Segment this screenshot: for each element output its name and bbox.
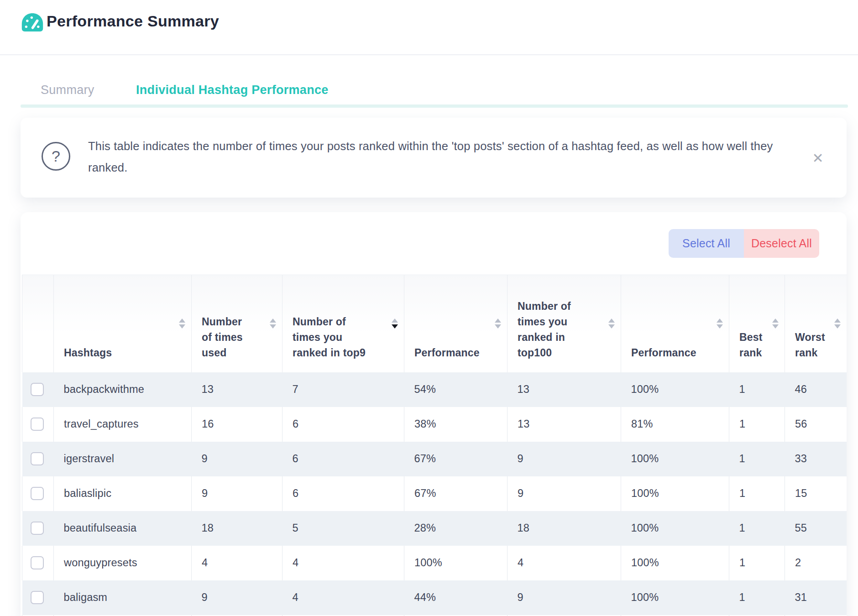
row-checkbox[interactable]	[31, 522, 44, 535]
cell-top100-performance: 100%	[621, 476, 729, 511]
cell-top100: 9	[507, 442, 621, 476]
cell-hashtag: wonguypresets	[54, 546, 192, 580]
cell-hashtag: baliaslipic	[54, 476, 192, 511]
header-performance-top100: Performance	[621, 275, 729, 372]
row-checkbox[interactable]	[31, 487, 44, 500]
tab-individual-hashtag-performance[interactable]: Individual Hashtag Performance	[136, 83, 329, 97]
cell-top100: 9	[507, 580, 621, 615]
cell-top100-performance: 100%	[621, 511, 729, 546]
cell-worst-rank: 33	[785, 442, 847, 476]
info-banner-text: This table indicates the number of times…	[88, 136, 786, 178]
cell-times-used: 9	[192, 476, 283, 511]
info-banner: ? This table indicates the number of tim…	[21, 118, 847, 198]
cell-top100-performance: 100%	[621, 442, 729, 476]
row-checkbox[interactable]	[31, 383, 44, 396]
cell-top100: 4	[507, 546, 621, 580]
cell-top9-performance: 54%	[404, 372, 507, 407]
row-checkbox[interactable]	[31, 556, 44, 569]
cell-top100-performance: 100%	[621, 372, 729, 407]
table-row: baligasm 9 4 44% 9 100% 1 31	[22, 580, 847, 615]
cell-hashtag: backpackwithme	[54, 372, 192, 407]
top-bar: Performance Summary	[0, 0, 858, 55]
cell-top9: 4	[283, 546, 404, 580]
deselect-all-button[interactable]: Deselect All	[744, 229, 819, 258]
sort-icon[interactable]	[717, 318, 723, 329]
cell-best-rank: 1	[729, 511, 785, 546]
cell-worst-rank: 31	[785, 580, 847, 615]
table-row: backpackwithme 13 7 54% 13 100% 1 46	[22, 372, 847, 407]
hashtag-performance-table: Hashtags Number of times used Number of …	[22, 275, 847, 616]
header-best-rank: Best rank	[729, 275, 785, 372]
select-all-button[interactable]: Select All	[669, 229, 744, 258]
cell-hashtag: travel_captures	[54, 407, 192, 442]
cell-worst-rank: 56	[785, 407, 847, 442]
tab-summary[interactable]: Summary	[41, 83, 94, 97]
help-icon: ?	[42, 142, 70, 171]
table-header-row: Hashtags Number of times used Number of …	[22, 275, 847, 372]
header-performance-top9: Performance	[404, 275, 507, 372]
header-worst-rank: Worst rank	[785, 275, 847, 372]
tabs-underline	[21, 104, 848, 108]
cell-top100: 13	[507, 372, 621, 407]
cell-hashtag: baligasm	[54, 580, 192, 615]
cell-top9: 6	[283, 407, 404, 442]
cell-hashtag: beautifulseasia	[54, 511, 192, 546]
cell-best-rank: 1	[729, 546, 785, 580]
cell-times-used: 18	[192, 511, 283, 546]
cell-top9: 5	[283, 511, 404, 546]
cell-top9: 7	[283, 372, 404, 407]
selection-button-group: Select All Deselect All	[669, 229, 819, 258]
cell-hashtag: igerstravel	[54, 442, 192, 476]
table-row: igerstravel 9 6 67% 9 100% 1 33	[22, 442, 847, 476]
cell-top9: 4	[283, 580, 404, 615]
sort-icon[interactable]	[834, 318, 841, 329]
hashtag-table-card: Select All Deselect All Hashtags Number …	[21, 212, 847, 616]
cell-top9-performance: 67%	[404, 476, 507, 511]
row-checkbox[interactable]	[31, 418, 44, 431]
cell-worst-rank: 55	[785, 511, 847, 546]
cell-top9-performance: 67%	[404, 442, 507, 476]
sort-icon[interactable]	[270, 318, 276, 329]
cell-best-rank: 1	[729, 407, 785, 442]
cell-times-used: 4	[192, 546, 283, 580]
cell-top9-performance: 44%	[404, 580, 507, 615]
close-icon[interactable]: ✕	[808, 148, 828, 168]
cell-times-used: 13	[192, 372, 283, 407]
cell-times-used: 9	[192, 442, 283, 476]
table-row: travel_captures 16 6 38% 13 81% 1 56	[22, 407, 847, 442]
row-checkbox[interactable]	[31, 452, 44, 465]
cell-top100: 9	[507, 476, 621, 511]
page-title: Performance Summary	[47, 12, 219, 30]
header-hashtags: Hashtags	[54, 275, 192, 372]
cell-top100: 18	[507, 511, 621, 546]
cell-top100-performance: 100%	[621, 546, 729, 580]
table-row: wonguypresets 4 4 100% 4 100% 1 2	[22, 546, 847, 580]
table-row: beautifulseasia 18 5 28% 18 100% 1 55	[22, 511, 847, 546]
sort-icon[interactable]	[772, 318, 779, 329]
cell-best-rank: 1	[729, 580, 785, 615]
sort-icon[interactable]	[495, 318, 501, 329]
header-ranked-top100: Number of times you ranked in top100	[507, 275, 621, 372]
row-checkbox[interactable]	[31, 591, 44, 604]
cell-top9-performance: 28%	[404, 511, 507, 546]
cell-times-used: 9	[192, 580, 283, 615]
cell-top9: 6	[283, 476, 404, 511]
cell-worst-rank: 15	[785, 476, 847, 511]
gauge-icon	[21, 12, 43, 32]
sort-icon[interactable]	[608, 318, 615, 329]
sort-icon[interactable]	[179, 318, 185, 329]
cell-top9-performance: 100%	[404, 546, 507, 580]
table-row: baliaslipic 9 6 67% 9 100% 1 15	[22, 476, 847, 511]
cell-top100-performance: 81%	[621, 407, 729, 442]
cell-best-rank: 1	[729, 372, 785, 407]
cell-worst-rank: 46	[785, 372, 847, 407]
header-checkbox-column	[22, 275, 54, 372]
cell-times-used: 16	[192, 407, 283, 442]
cell-best-rank: 1	[729, 476, 785, 511]
header-times-used: Number of times used	[192, 275, 283, 372]
cell-best-rank: 1	[729, 442, 785, 476]
sort-icon[interactable]	[392, 318, 398, 329]
cell-worst-rank: 2	[785, 546, 847, 580]
cell-top100: 13	[507, 407, 621, 442]
header-ranked-top9: Number of times you ranked in top9	[283, 275, 404, 372]
